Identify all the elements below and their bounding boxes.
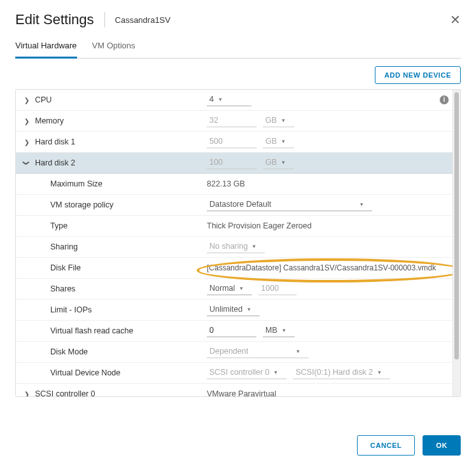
dialog-title: Edit Settings <box>15 11 94 28</box>
memory-unit-select[interactable]: GB ▾ <box>263 115 294 127</box>
sharing-value: No sharing ▾ <box>207 240 447 253</box>
storage-policy-select[interactable]: Datastore Default ▾ <box>207 199 372 211</box>
vdn-label: Virtual Device Node <box>50 368 207 377</box>
diskmode-select[interactable]: Dependent ▾ <box>207 345 309 358</box>
scrollbar[interactable] <box>452 90 460 396</box>
scsi0-value: VMware Paravirtual <box>207 389 447 396</box>
info-icon[interactable]: i <box>440 95 449 104</box>
row-hd2-label: Hard disk 2 <box>35 158 207 167</box>
policy-label: VM storage policy <box>50 200 207 209</box>
close-icon[interactable]: ✕ <box>450 13 461 26</box>
cpu-select[interactable]: 4 ▾ <box>207 94 251 106</box>
ok-button[interactable]: OK <box>423 435 461 456</box>
maxsize-value: 822.13 GB <box>207 179 447 188</box>
chevron-down-icon: ▾ <box>283 327 286 333</box>
maxsize-label: Maximum Size <box>50 179 207 188</box>
chevron-down-icon: ▾ <box>282 159 285 165</box>
toolbar: ADD NEW DEVICE <box>15 59 461 89</box>
chevron-down-icon: ▾ <box>360 201 363 207</box>
limit-value: Unlimited ▾ <box>207 303 447 316</box>
row-disk-mode: Disk Mode Dependent ▾ <box>16 342 452 363</box>
flashcache-unit-select[interactable]: MB ▾ <box>263 324 295 337</box>
flashcache-label: Virtual flash read cache <box>50 326 207 335</box>
row-flash-cache: Virtual flash read cache MB ▾ <box>16 321 452 342</box>
row-hd1-label: Hard disk 1 <box>35 137 207 146</box>
scrollbar-thumb[interactable] <box>454 92 459 359</box>
vertical-divider <box>104 12 105 27</box>
row-hd1-value: GB ▾ <box>207 136 447 148</box>
row-vm-storage-policy: VM storage policy Datastore Default ▾ <box>16 195 452 216</box>
chevron-down-icon: ▾ <box>240 285 243 291</box>
chevron-down-icon: ▾ <box>219 96 222 102</box>
row-sharing: Sharing No sharing ▾ <box>16 237 452 258</box>
row-limit-iops: Limit - IOPs Unlimited ▾ <box>16 300 452 321</box>
row-hard-disk-2[interactable]: ❯ Hard disk 2 GB ▾ <box>16 153 452 174</box>
row-cpu-value: 4 ▾ <box>207 94 447 106</box>
flashcache-input[interactable] <box>207 324 256 337</box>
shares-value-input[interactable] <box>258 282 297 295</box>
policy-value: Datastore Default ▾ <box>207 199 447 211</box>
diskfile-label: Disk File <box>50 263 207 272</box>
row-shares: Shares Normal ▾ <box>16 279 452 300</box>
type-label: Type <box>50 221 207 230</box>
hardware-scroll-body: ❯ CPU 4 ▾ i ❯ Memory GB ▾ ❯ H <box>16 90 452 396</box>
sharing-label: Sharing <box>50 242 207 251</box>
vdn-controller-select[interactable]: SCSI controller 0 ▾ <box>207 366 286 379</box>
chevron-right-icon[interactable]: ❯ <box>24 391 30 396</box>
row-hd2-value: GB ▾ <box>207 157 447 169</box>
vdn-value: SCSI controller 0 ▾ SCSI(0:1) Hard disk … <box>207 366 447 379</box>
row-cpu-label: CPU <box>35 95 207 104</box>
row-virtual-device-node: Virtual Device Node SCSI controller 0 ▾ … <box>16 363 452 384</box>
chevron-down-icon: ▾ <box>282 117 285 123</box>
type-value: Thick Provision Eager Zeroed <box>207 221 447 230</box>
chevron-down-icon[interactable]: ❯ <box>24 160 30 166</box>
row-disk-file: Disk File [CassandraDatastore] Cassandra… <box>16 258 452 279</box>
chevron-down-icon: ▾ <box>282 138 285 144</box>
hd2-size-input[interactable] <box>207 157 256 169</box>
row-cpu: ❯ CPU 4 ▾ i <box>16 90 452 111</box>
shares-label: Shares <box>50 284 207 293</box>
diskmode-value: Dependent ▾ <box>207 345 447 358</box>
memory-input[interactable] <box>207 115 256 127</box>
row-scsi-controller-0: ❯ SCSI controller 0 VMware Paravirtual <box>16 384 452 396</box>
row-memory-label: Memory <box>35 116 207 125</box>
chevron-down-icon: ▾ <box>274 369 277 375</box>
limit-label: Limit - IOPs <box>50 305 207 314</box>
chevron-right-icon[interactable]: ❯ <box>24 139 30 145</box>
row-memory: ❯ Memory GB ▾ <box>16 111 452 132</box>
row-type: Type Thick Provision Eager Zeroed <box>16 216 452 237</box>
shares-level-select[interactable]: Normal ▾ <box>207 282 252 295</box>
diskmode-label: Disk Mode <box>50 347 207 356</box>
row-memory-value: GB ▾ <box>207 115 447 127</box>
tab-bar: Virtual Hardware VM Options <box>15 36 461 59</box>
hd1-unit-select[interactable]: GB ▾ <box>263 136 294 148</box>
dialog-footer: CANCEL OK <box>15 397 461 456</box>
hardware-list: ❯ CPU 4 ▾ i ❯ Memory GB ▾ ❯ H <box>15 89 461 397</box>
shares-value: Normal ▾ <box>207 282 447 295</box>
hd2-unit-select[interactable]: GB ▾ <box>263 157 294 169</box>
dialog-header-left: Edit Settings Cassandra1SV <box>15 11 171 28</box>
chevron-down-icon: ▾ <box>378 369 381 375</box>
scsi0-label: SCSI controller 0 <box>35 389 207 396</box>
row-maximum-size: Maximum Size 822.13 GB <box>16 174 452 195</box>
chevron-down-icon: ▾ <box>248 306 251 312</box>
tab-vm-options[interactable]: VM Options <box>92 36 136 59</box>
tab-virtual-hardware[interactable]: Virtual Hardware <box>15 36 77 59</box>
vdn-node-select[interactable]: SCSI(0:1) Hard disk 2 ▾ <box>293 366 390 379</box>
chevron-right-icon[interactable]: ❯ <box>24 118 30 124</box>
dialog-header: Edit Settings Cassandra1SV ✕ <box>15 11 461 36</box>
add-new-device-button[interactable]: ADD NEW DEVICE <box>375 66 461 84</box>
flashcache-value: MB ▾ <box>207 324 447 337</box>
vm-name: Cassandra1SV <box>115 15 171 25</box>
cancel-button[interactable]: CANCEL <box>357 435 415 456</box>
hd1-size-input[interactable] <box>207 136 256 148</box>
diskfile-value: [CassandraDatastore] Cassandra1SV/Cassan… <box>207 263 447 272</box>
chevron-right-icon[interactable]: ❯ <box>24 97 30 103</box>
sharing-select[interactable]: No sharing ▾ <box>207 240 265 253</box>
chevron-down-icon: ▾ <box>297 348 300 354</box>
limit-iops-select[interactable]: Unlimited ▾ <box>207 303 260 316</box>
row-hard-disk-1: ❯ Hard disk 1 GB ▾ <box>16 132 452 153</box>
chevron-down-icon: ▾ <box>253 243 256 249</box>
